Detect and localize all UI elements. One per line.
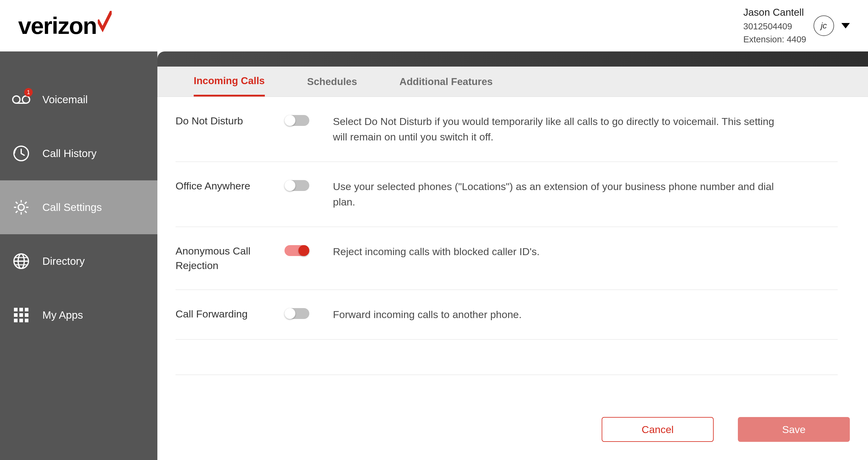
footer-actions: Cancel Save — [157, 405, 868, 460]
history-icon — [12, 144, 30, 162]
setting-label: Office Anywhere — [176, 179, 272, 210]
sidebar-item-call-settings[interactable]: Call Settings — [0, 180, 157, 234]
brand-text: verizon — [18, 12, 97, 40]
sidebar-item-call-history[interactable]: Call History — [0, 126, 157, 180]
button-label: Save — [782, 424, 806, 435]
globe-icon — [12, 252, 30, 270]
svg-rect-25 — [19, 319, 23, 322]
svg-line-12 — [16, 211, 18, 213]
sidebar-item-my-apps[interactable]: My Apps — [0, 288, 157, 342]
setting-anonymous-call-rejection: Anonymous Call Rejection Reject incoming… — [176, 227, 838, 290]
setting-label: Anonymous Call Rejection — [176, 244, 272, 273]
setting-office-anywhere: Office Anywhere Use your selected phones… — [176, 162, 838, 227]
brand-logo: verizon — [18, 12, 112, 40]
svg-rect-26 — [25, 319, 28, 322]
setting-desc: Select Do Not Disturb if you would tempo… — [333, 114, 787, 145]
user-info: Jason Cantell 3012504409 Extension: 4409 — [743, 6, 806, 45]
tab-additional-features[interactable]: Additional Features — [400, 67, 493, 96]
toggle-office-anywhere[interactable] — [284, 180, 309, 191]
settings-list[interactable]: Do Not Disturb Select Do Not Disturb if … — [157, 97, 868, 405]
svg-rect-21 — [14, 313, 18, 317]
tab-label: Incoming Calls — [194, 75, 265, 87]
user-phone: 3012504409 — [743, 21, 806, 32]
voicemail-icon: 1 — [12, 91, 30, 109]
avatar-initials: jc — [821, 21, 827, 31]
svg-rect-18 — [14, 308, 18, 311]
svg-line-11 — [25, 202, 27, 204]
svg-rect-24 — [14, 319, 18, 322]
setting-call-forwarding: Call Forwarding Forward incoming calls t… — [176, 290, 838, 340]
tab-label: Schedules — [307, 76, 357, 88]
tab-schedules[interactable]: Schedules — [307, 67, 357, 96]
tab-label: Additional Features — [400, 76, 493, 88]
svg-point-0 — [13, 96, 20, 103]
setting-row-partial — [176, 340, 838, 375]
setting-desc: Reject incoming calls with blocked calle… — [333, 244, 539, 273]
voicemail-badge: 1 — [24, 88, 33, 96]
setting-desc: Use your selected phones ("Locations") a… — [333, 179, 787, 210]
toggle-anonymous-call-rejection[interactable] — [284, 245, 309, 256]
setting-do-not-disturb: Do Not Disturb Select Do Not Disturb if … — [176, 97, 838, 162]
svg-line-10 — [25, 211, 27, 213]
sidebar-item-voicemail[interactable]: 1 Voicemail — [0, 73, 157, 126]
svg-point-1 — [22, 96, 30, 103]
avatar: jc — [813, 16, 834, 36]
svg-rect-20 — [25, 308, 28, 311]
svg-point-4 — [18, 204, 24, 210]
button-label: Cancel — [642, 424, 674, 435]
setting-label: Do Not Disturb — [176, 114, 272, 145]
chevron-down-icon[interactable] — [841, 23, 850, 28]
user-menu[interactable]: Jason Cantell 3012504409 Extension: 4409… — [743, 6, 850, 45]
settings-tabs: Incoming Calls Schedules Additional Feat… — [157, 67, 868, 97]
user-extension: Extension: 4409 — [743, 34, 806, 45]
header-strip — [157, 52, 868, 67]
sidebar: 1 Voicemail Call History — [0, 52, 157, 460]
toggle-call-forwarding[interactable] — [284, 308, 309, 319]
setting-label — [176, 357, 272, 358]
tab-incoming-calls[interactable]: Incoming Calls — [194, 67, 265, 96]
svg-rect-23 — [25, 313, 28, 317]
user-name: Jason Cantell — [743, 6, 806, 19]
toggle-do-not-disturb[interactable] — [284, 115, 309, 126]
save-button[interactable]: Save — [738, 417, 850, 442]
sidebar-item-label: My Apps — [42, 309, 83, 321]
svg-rect-22 — [19, 313, 23, 317]
main-content: Incoming Calls Schedules Additional Feat… — [157, 52, 868, 460]
sidebar-item-label: Voicemail — [42, 93, 88, 105]
setting-desc: Forward incoming calls to another phone. — [333, 307, 522, 322]
sidebar-item-directory[interactable]: Directory — [0, 234, 157, 288]
gear-icon — [12, 198, 30, 216]
apps-icon — [12, 306, 30, 324]
cancel-button[interactable]: Cancel — [602, 417, 714, 442]
sidebar-item-label: Call Settings — [42, 201, 102, 213]
app-header: verizon Jason Cantell 3012504409 Extensi… — [0, 0, 868, 52]
sidebar-item-label: Directory — [42, 255, 85, 267]
svg-line-9 — [16, 202, 18, 204]
sidebar-item-label: Call History — [42, 147, 97, 159]
verizon-check-icon — [98, 11, 112, 32]
svg-rect-19 — [19, 308, 23, 311]
setting-label: Call Forwarding — [176, 307, 272, 322]
